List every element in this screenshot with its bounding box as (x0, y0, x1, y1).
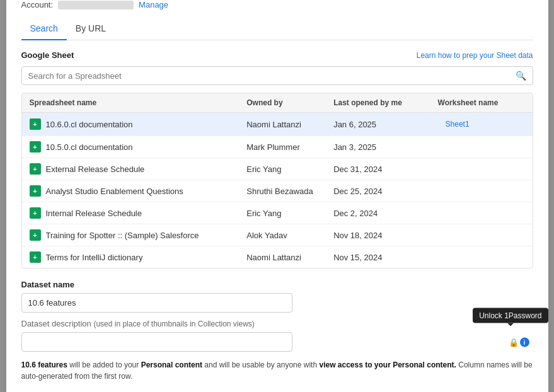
row-last-opened: Jan 6, 2025 (333, 120, 437, 129)
table-header: Spreadsheet name Owned by Last opened by… (22, 93, 533, 113)
dataset-desc-sub: (used in place of thumbnails in Collecti… (93, 320, 254, 328)
dataset-desc-input[interactable] (21, 332, 292, 352)
row-last-opened: Nov 15, 2024 (333, 253, 437, 262)
dataset-name-input[interactable] (21, 293, 292, 313)
google-sheets-icon: + (30, 185, 41, 197)
row-owner: Eric Yang (246, 164, 333, 174)
desc-input-wrapper: 🔒 i Unlock 1Password (21, 332, 533, 352)
table-row[interactable]: + Analyst Studio Enablement Questions Sh… (22, 180, 533, 202)
learn-link[interactable]: Learn how to prep your Sheet data (417, 51, 533, 60)
google-sheet-label: Google Sheet (21, 50, 74, 60)
spreadsheet-search-bar: 🔍 (21, 66, 533, 85)
tab-by-url[interactable]: By URL (67, 18, 115, 40)
section-header: Google Sheet Learn how to prep your Shee… (21, 50, 533, 60)
row-owner: Naomi Lattanzi (246, 253, 333, 262)
table-row[interactable]: + Internal Release Schedule Eric Yang De… (22, 202, 533, 224)
dataset-desc-section: Dataset description (used in place of th… (21, 319, 533, 352)
dataset-desc-label: Dataset description (used in place of th… (21, 319, 533, 328)
info-personal-content: Personal content (141, 360, 202, 369)
table-row[interactable]: + 10.5.0.cl documentation Mark Plummer J… (22, 136, 533, 158)
tab-bar: Search By URL (21, 18, 533, 40)
col-header-name: Spreadsheet name (30, 98, 247, 107)
password-manager-icons: 🔒 i Unlock 1Password (509, 337, 529, 347)
row-name: Training for Spotter :: (Sample) Salesfo… (46, 231, 199, 240)
info-text: 10.6 features will be added to your Pers… (21, 359, 533, 382)
row-owner: Naomi Lattanzi (246, 120, 333, 129)
lock-icon: 🔒 (509, 337, 519, 347)
row-owner: Alok Yadav (246, 231, 333, 240)
google-sheets-icon: + (30, 163, 41, 175)
row-last-opened: Dec 31, 2024 (333, 164, 437, 174)
worksheet-chip: Sheet1 (438, 118, 477, 130)
table-row[interactable]: + 10.6.0.cl documentation Naomi Lattanzi… (22, 113, 533, 136)
tab-search[interactable]: Search (21, 18, 67, 40)
manage-link[interactable]: Manage (139, 0, 168, 9)
account-label: Account: (21, 0, 54, 9)
google-sheets-icon: + (30, 141, 41, 153)
col-header-owner: Owned by (246, 98, 333, 107)
table-row[interactable]: + External Release Schedule Eric Yang De… (22, 158, 533, 180)
row-last-opened: Dec 2, 2024 (333, 209, 437, 218)
table-row[interactable]: + Training for Spotter :: (Sample) Sales… (22, 224, 533, 246)
info-icon: i (520, 337, 529, 347)
dataset-name-label: Dataset name (21, 280, 533, 289)
account-value (58, 1, 134, 9)
row-name: Analyst Studio Enablement Questions (46, 187, 183, 196)
google-sheets-icon: + (30, 251, 41, 263)
row-owner: Shruthi Bezawada (246, 187, 333, 196)
account-row: Account: Manage (21, 0, 533, 9)
info-view-access: view access to your Personal content. (319, 360, 456, 369)
col-header-worksheet: Worksheet name (438, 98, 525, 107)
row-name: 10.5.0.cl documentation (46, 142, 133, 152)
row-name: Internal Release Schedule (46, 209, 142, 218)
row-name: Terms for IntelliJ dictionary (46, 253, 143, 262)
spreadsheet-search-input[interactable] (28, 71, 512, 81)
spreadsheet-table: Spreadsheet name Owned by Last opened by… (21, 93, 533, 268)
google-sheets-icon: + (30, 207, 41, 219)
row-last-opened: Jan 3, 2025 (333, 142, 437, 152)
table-row[interactable]: + Terms for IntelliJ dictionary Naomi La… (22, 246, 533, 268)
col-header-last-opened: Last opened by me (333, 98, 437, 107)
create-dataset-modal: × Create a Dataset from a Google Sheet A… (6, 0, 548, 392)
row-owner: Mark Plummer (246, 142, 333, 152)
google-sheets-icon: + (30, 229, 41, 241)
row-name: 10.6.0.cl documentation (46, 120, 133, 129)
google-sheets-icon: + (30, 118, 41, 130)
search-icon: 🔍 (516, 71, 526, 81)
row-name: External Release Schedule (46, 164, 145, 174)
dataset-name-section: Dataset name (21, 280, 533, 313)
row-last-opened: Nov 18, 2024 (333, 231, 437, 240)
row-last-opened: Dec 25, 2024 (333, 187, 437, 196)
info-dataset-name: 10.6 features (21, 360, 67, 369)
row-owner: Eric Yang (246, 209, 333, 218)
